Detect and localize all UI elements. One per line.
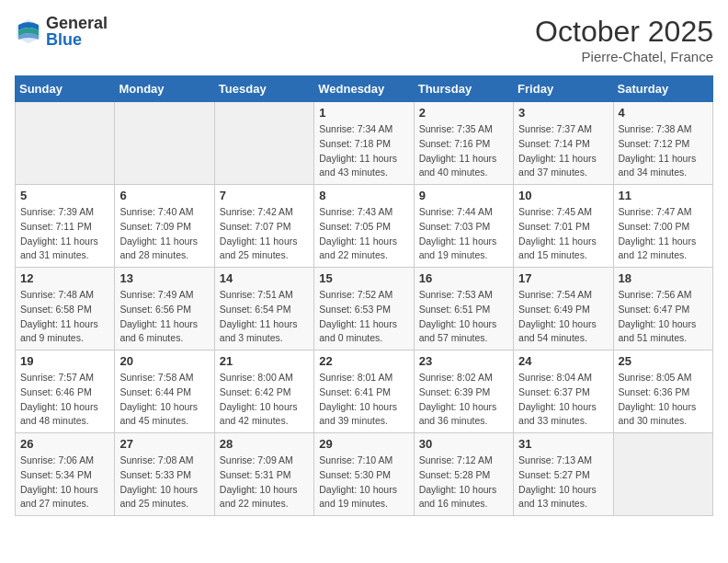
day-number: 7 xyxy=(220,189,309,202)
logo-icon xyxy=(15,17,42,45)
day-number: 29 xyxy=(319,437,408,451)
calendar-cell: 13Sunrise: 7:49 AMSunset: 6:56 PMDayligh… xyxy=(115,268,214,350)
calendar-cell: 28Sunrise: 7:09 AMSunset: 5:31 PMDayligh… xyxy=(214,433,313,516)
calendar-cell: 21Sunrise: 8:00 AMSunset: 6:42 PMDayligh… xyxy=(214,350,313,433)
day-number: 3 xyxy=(518,106,608,120)
page-header: General Blue October 2025 Pierre-Chatel,… xyxy=(15,15,713,64)
day-number: 18 xyxy=(619,271,708,285)
logo: General Blue xyxy=(15,15,108,48)
day-number: 30 xyxy=(419,437,508,451)
day-number: 14 xyxy=(220,271,309,285)
day-number: 17 xyxy=(518,271,608,285)
day-number: 8 xyxy=(319,189,408,202)
logo-line1: General xyxy=(46,15,108,31)
day-number: 10 xyxy=(518,189,608,202)
calendar-cell: 5Sunrise: 7:39 AMSunset: 7:11 PMDaylight… xyxy=(16,185,115,268)
calendar-cell: 10Sunrise: 7:45 AMSunset: 7:01 PMDayligh… xyxy=(514,185,613,268)
weekday-header: Thursday xyxy=(414,76,513,102)
calendar-cell: 22Sunrise: 8:01 AMSunset: 6:41 PMDayligh… xyxy=(314,350,414,433)
logo-line2: Blue xyxy=(46,31,108,48)
calendar-cell: 12Sunrise: 7:48 AMSunset: 6:58 PMDayligh… xyxy=(16,268,115,350)
calendar-cell: 31Sunrise: 7:13 AMSunset: 5:27 PMDayligh… xyxy=(514,433,613,516)
calendar-cell: 9Sunrise: 7:44 AMSunset: 7:03 PMDaylight… xyxy=(414,185,513,268)
day-number: 24 xyxy=(518,354,608,368)
day-info: Sunrise: 7:53 AMSunset: 6:51 PMDaylight:… xyxy=(419,288,508,346)
weekday-header: Monday xyxy=(115,76,214,102)
day-info: Sunrise: 7:34 AMSunset: 7:18 PMDaylight:… xyxy=(319,122,408,180)
day-info: Sunrise: 7:56 AMSunset: 6:47 PMDaylight:… xyxy=(619,288,708,346)
day-info: Sunrise: 7:45 AMSunset: 7:01 PMDaylight:… xyxy=(518,205,608,263)
day-info: Sunrise: 7:12 AMSunset: 5:28 PMDaylight:… xyxy=(419,454,508,511)
day-number: 6 xyxy=(119,189,209,202)
day-info: Sunrise: 7:38 AMSunset: 7:12 PMDaylight:… xyxy=(619,122,708,180)
calendar-cell: 2Sunrise: 7:35 AMSunset: 7:16 PMDaylight… xyxy=(414,102,513,185)
calendar-cell: 27Sunrise: 7:08 AMSunset: 5:33 PMDayligh… xyxy=(115,433,214,516)
calendar-cell xyxy=(613,433,712,516)
calendar-cell: 15Sunrise: 7:52 AMSunset: 6:53 PMDayligh… xyxy=(314,268,414,350)
calendar-table: SundayMondayTuesdayWednesdayThursdayFrid… xyxy=(15,75,713,516)
day-info: Sunrise: 7:54 AMSunset: 6:49 PMDaylight:… xyxy=(518,288,608,346)
weekday-header: Friday xyxy=(514,76,613,102)
calendar-title: October 2025 xyxy=(535,15,713,49)
day-info: Sunrise: 7:51 AMSunset: 6:54 PMDaylight:… xyxy=(220,288,309,346)
day-number: 25 xyxy=(619,354,708,368)
weekday-header: Wednesday xyxy=(314,76,414,102)
calendar-cell: 8Sunrise: 7:43 AMSunset: 7:05 PMDaylight… xyxy=(314,185,414,268)
calendar-cell: 29Sunrise: 7:10 AMSunset: 5:30 PMDayligh… xyxy=(314,433,414,516)
day-info: Sunrise: 7:57 AMSunset: 6:46 PMDaylight:… xyxy=(20,371,109,429)
day-info: Sunrise: 7:58 AMSunset: 6:44 PMDaylight:… xyxy=(119,371,209,429)
calendar-cell: 1Sunrise: 7:34 AMSunset: 7:18 PMDaylight… xyxy=(314,102,414,185)
day-info: Sunrise: 7:13 AMSunset: 5:27 PMDaylight:… xyxy=(518,454,608,511)
day-number: 27 xyxy=(119,437,209,451)
day-number: 15 xyxy=(319,271,408,285)
day-info: Sunrise: 7:09 AMSunset: 5:31 PMDaylight:… xyxy=(220,454,309,511)
day-info: Sunrise: 8:04 AMSunset: 6:37 PMDaylight:… xyxy=(518,371,608,429)
calendar-cell: 19Sunrise: 7:57 AMSunset: 6:46 PMDayligh… xyxy=(16,350,115,433)
day-info: Sunrise: 7:49 AMSunset: 6:56 PMDaylight:… xyxy=(119,288,209,346)
day-number: 1 xyxy=(319,106,408,120)
calendar-week-row: 26Sunrise: 7:06 AMSunset: 5:34 PMDayligh… xyxy=(16,433,713,516)
title-block: October 2025 Pierre-Chatel, France xyxy=(535,15,713,64)
day-info: Sunrise: 8:05 AMSunset: 6:36 PMDaylight:… xyxy=(619,371,708,429)
day-number: 21 xyxy=(220,354,309,368)
day-number: 22 xyxy=(319,354,408,368)
day-info: Sunrise: 7:37 AMSunset: 7:14 PMDaylight:… xyxy=(518,122,608,180)
day-info: Sunrise: 7:08 AMSunset: 5:33 PMDaylight:… xyxy=(119,454,209,511)
calendar-cell: 18Sunrise: 7:56 AMSunset: 6:47 PMDayligh… xyxy=(613,268,712,350)
day-info: Sunrise: 8:01 AMSunset: 6:41 PMDaylight:… xyxy=(319,371,408,429)
calendar-cell: 14Sunrise: 7:51 AMSunset: 6:54 PMDayligh… xyxy=(214,268,313,350)
calendar-cell: 30Sunrise: 7:12 AMSunset: 5:28 PMDayligh… xyxy=(414,433,513,516)
calendar-cell: 7Sunrise: 7:42 AMSunset: 7:07 PMDaylight… xyxy=(214,185,313,268)
calendar-week-row: 5Sunrise: 7:39 AMSunset: 7:11 PMDaylight… xyxy=(16,185,713,268)
day-info: Sunrise: 7:10 AMSunset: 5:30 PMDaylight:… xyxy=(319,454,408,511)
calendar-cell xyxy=(214,102,313,185)
calendar-cell: 25Sunrise: 8:05 AMSunset: 6:36 PMDayligh… xyxy=(613,350,712,433)
day-number: 4 xyxy=(619,106,708,120)
calendar-cell: 24Sunrise: 8:04 AMSunset: 6:37 PMDayligh… xyxy=(514,350,613,433)
calendar-cell: 26Sunrise: 7:06 AMSunset: 5:34 PMDayligh… xyxy=(16,433,115,516)
day-info: Sunrise: 8:02 AMSunset: 6:39 PMDaylight:… xyxy=(419,371,508,429)
day-number: 26 xyxy=(20,437,109,451)
day-info: Sunrise: 7:42 AMSunset: 7:07 PMDaylight:… xyxy=(220,205,309,263)
calendar-cell xyxy=(115,102,214,185)
day-info: Sunrise: 8:00 AMSunset: 6:42 PMDaylight:… xyxy=(220,371,309,429)
day-info: Sunrise: 7:48 AMSunset: 6:58 PMDaylight:… xyxy=(20,288,109,346)
calendar-cell: 16Sunrise: 7:53 AMSunset: 6:51 PMDayligh… xyxy=(414,268,513,350)
day-number: 9 xyxy=(419,189,508,202)
day-info: Sunrise: 7:35 AMSunset: 7:16 PMDaylight:… xyxy=(419,122,508,180)
weekday-header: Sunday xyxy=(16,76,115,102)
calendar-cell: 23Sunrise: 8:02 AMSunset: 6:39 PMDayligh… xyxy=(414,350,513,433)
calendar-cell: 17Sunrise: 7:54 AMSunset: 6:49 PMDayligh… xyxy=(514,268,613,350)
calendar-cell: 4Sunrise: 7:38 AMSunset: 7:12 PMDaylight… xyxy=(613,102,712,185)
day-info: Sunrise: 7:43 AMSunset: 7:05 PMDaylight:… xyxy=(319,205,408,263)
calendar-cell: 20Sunrise: 7:58 AMSunset: 6:44 PMDayligh… xyxy=(115,350,214,433)
calendar-subtitle: Pierre-Chatel, France xyxy=(535,49,713,64)
day-info: Sunrise: 7:39 AMSunset: 7:11 PMDaylight:… xyxy=(20,205,109,263)
day-info: Sunrise: 7:44 AMSunset: 7:03 PMDaylight:… xyxy=(419,205,508,263)
calendar-week-row: 12Sunrise: 7:48 AMSunset: 6:58 PMDayligh… xyxy=(16,268,713,350)
day-info: Sunrise: 7:52 AMSunset: 6:53 PMDaylight:… xyxy=(319,288,408,346)
day-number: 12 xyxy=(20,271,109,285)
day-number: 28 xyxy=(220,437,309,451)
day-info: Sunrise: 7:47 AMSunset: 7:00 PMDaylight:… xyxy=(619,205,708,263)
calendar-cell xyxy=(16,102,115,185)
